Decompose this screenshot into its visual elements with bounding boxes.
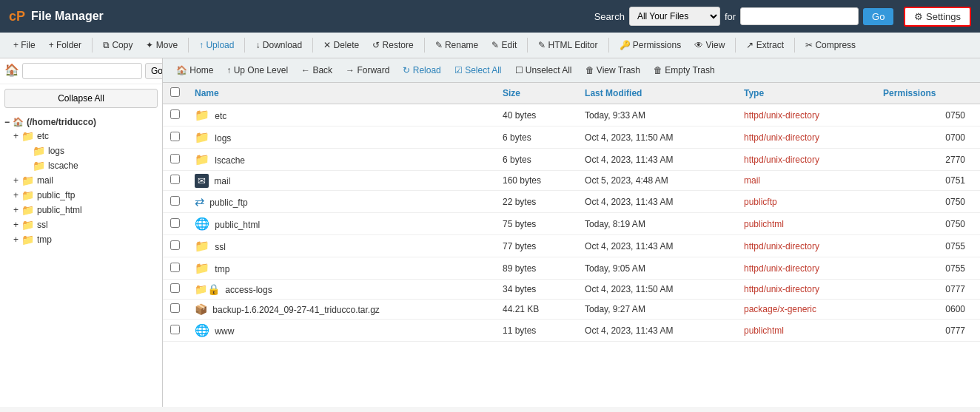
tree-item-public-ftp[interactable]: + 📁 public_ftp <box>0 188 162 203</box>
up-one-level-button[interactable]: ↑ Up One Level <box>221 62 294 78</box>
table-row[interactable]: ⇄ public_ftp 22 bytes Oct 4, 2023, 11:43… <box>163 191 980 213</box>
empty-trash-button[interactable]: 🗑 Empty Trash <box>648 62 721 78</box>
type-column-header[interactable]: Type <box>736 83 876 104</box>
row-checkbox-cell[interactable] <box>163 320 187 342</box>
tree-item-lscache[interactable]: 📁 lscache <box>0 158 162 173</box>
collapse-all-button[interactable]: Collapse All <box>4 89 158 108</box>
compress-button[interactable]: ✂ Compress <box>799 37 862 53</box>
file-name: access-logs <box>225 285 272 295</box>
row-checkbox[interactable] <box>170 175 180 184</box>
modified-column-header[interactable]: Last Modified <box>577 83 736 104</box>
size-column-header[interactable]: Size <box>495 83 577 104</box>
row-checkbox[interactable] <box>170 240 180 250</box>
tree-toggle-public-html: + <box>13 205 19 215</box>
back-button[interactable]: ← Back <box>295 62 338 78</box>
row-checkbox-cell[interactable] <box>163 104 187 126</box>
table-row[interactable]: 📁 logs 6 bytes Oct 4, 2023, 11:50 AM htt… <box>163 126 980 149</box>
row-checkbox[interactable] <box>170 109 180 119</box>
row-checkbox-cell[interactable] <box>163 191 187 213</box>
home-button[interactable]: 🏠 Home <box>170 62 219 78</box>
row-checkbox-cell[interactable] <box>163 171 187 191</box>
unselect-all-button[interactable]: ☐ Unselect All <box>509 62 578 78</box>
file-name-cell[interactable]: 📁 tmp <box>187 257 495 280</box>
file-name-cell[interactable]: 📦 backup-1.6.2024_09-27-41_triducco.tar.… <box>187 300 495 320</box>
file-name-cell[interactable]: 🌐 public_html <box>187 213 495 235</box>
file-name: tmp <box>215 264 229 274</box>
file-name-cell[interactable]: 📁 logs <box>187 126 495 149</box>
file-name-cell[interactable]: 📁🔒 access-logs <box>187 280 495 300</box>
move-button[interactable]: ✦ Move <box>140 37 184 53</box>
forward-button[interactable]: → Forward <box>340 62 395 78</box>
table-row[interactable]: 📁 tmp 89 bytes Today, 9:05 AM httpd/unix… <box>163 257 980 280</box>
edit-button[interactable]: ✎ Edit <box>486 37 523 53</box>
row-checkbox[interactable] <box>170 283 180 293</box>
upload-button[interactable]: ↑ Upload <box>193 37 240 53</box>
checkbox-header[interactable] <box>163 83 187 104</box>
permissions-button[interactable]: 🔑 Permissions <box>614 37 688 53</box>
tree-item-public-html[interactable]: + 📁 public_html <box>0 203 162 217</box>
row-checkbox-cell[interactable] <box>163 300 187 320</box>
table-row[interactable]: 🌐 public_html 75 bytes Today, 8:19 AM pu… <box>163 213 980 235</box>
sidebar-go-button[interactable]: Go <box>145 63 163 79</box>
html-editor-button[interactable]: ✎ HTML Editor <box>532 37 603 53</box>
download-button[interactable]: ↓ Download <box>249 37 308 53</box>
file-name-cell[interactable]: ✉ mail <box>187 171 495 191</box>
new-folder-button[interactable]: + Folder <box>43 37 87 53</box>
tree-item-root[interactable]: − 🏠 (/home/triducco) <box>0 115 162 129</box>
file-name-cell[interactable]: ⇄ public_ftp <box>187 191 495 213</box>
table-row[interactable]: 📦 backup-1.6.2024_09-27-41_triducco.tar.… <box>163 300 980 320</box>
permissions-column-header[interactable]: Permissions <box>876 83 980 104</box>
delete-button[interactable]: ✕ Delete <box>318 37 365 53</box>
restore-button[interactable]: ↺ Restore <box>366 37 419 53</box>
row-checkbox[interactable] <box>170 132 180 141</box>
row-checkbox[interactable] <box>170 196 180 206</box>
view-trash-button[interactable]: 🗑 View Trash <box>580 62 646 78</box>
table-row[interactable]: 📁 lscache 6 bytes Oct 4, 2023, 11:43 AM … <box>163 149 980 171</box>
search-scope-select[interactable]: All Your Files This Folder Only <box>629 7 720 26</box>
tree-item-logs[interactable]: 📁 logs <box>0 143 162 158</box>
file-modified-cell: Oct 5, 2023, 4:48 AM <box>577 171 736 191</box>
row-checkbox-cell[interactable] <box>163 280 187 300</box>
view-button[interactable]: 👁 View <box>688 37 731 53</box>
search-input[interactable] <box>740 7 859 25</box>
file-name-cell[interactable]: 📁 lscache <box>187 149 495 171</box>
table-row[interactable]: 📁🔒 access-logs 34 bytes Oct 4, 2023, 11:… <box>163 280 980 300</box>
row-checkbox-cell[interactable] <box>163 149 187 171</box>
rename-button[interactable]: ✎ Rename <box>429 37 485 53</box>
file-type-cell: mail <box>736 171 876 191</box>
copy-button[interactable]: ⧉ Copy <box>97 37 138 53</box>
row-checkbox[interactable] <box>170 263 180 272</box>
table-row[interactable]: 📁 etc 40 bytes Today, 9:33 AM httpd/unix… <box>163 104 980 126</box>
file-name-cell[interactable]: 🌐 www <box>187 320 495 342</box>
settings-button[interactable]: ⚙ Settings <box>904 7 971 27</box>
app-title: File Manager <box>31 10 104 23</box>
table-row[interactable]: 📁 ssl 77 bytes Oct 4, 2023, 11:43 AM htt… <box>163 235 980 257</box>
name-column-header[interactable]: Name <box>187 83 495 104</box>
select-all-button[interactable]: ☑ Select All <box>449 62 508 78</box>
file-name: www <box>215 326 234 337</box>
tree-item-tmp[interactable]: + 📁 tmp <box>0 232 162 247</box>
file-name-cell[interactable]: 📁 ssl <box>187 235 495 257</box>
row-checkbox-cell[interactable] <box>163 257 187 280</box>
row-checkbox-cell[interactable] <box>163 213 187 235</box>
new-file-button[interactable]: + File <box>7 37 41 53</box>
row-checkbox-cell[interactable] <box>163 126 187 149</box>
tree-item-etc[interactable]: + 📁 etc <box>0 129 162 143</box>
row-checkbox[interactable] <box>170 325 180 334</box>
folder-icon-tmp: 📁 <box>21 234 34 246</box>
table-row[interactable]: ✉ mail 160 bytes Oct 5, 2023, 4:48 AM ma… <box>163 171 980 191</box>
row-checkbox[interactable] <box>170 303 180 313</box>
row-checkbox[interactable] <box>170 218 180 228</box>
tree-item-ssl[interactable]: + 📁 ssl <box>0 217 162 232</box>
row-checkbox[interactable] <box>170 154 180 163</box>
search-go-button[interactable]: Go <box>863 8 893 25</box>
home-icon[interactable]: 🏠 <box>4 63 19 79</box>
table-row[interactable]: 🌐 www 11 bytes Oct 4, 2023, 11:43 AM pub… <box>163 320 980 342</box>
row-checkbox-cell[interactable] <box>163 235 187 257</box>
extract-button[interactable]: ↗ Extract <box>740 37 790 53</box>
select-all-checkbox[interactable] <box>170 87 180 97</box>
file-name-cell[interactable]: 📁 etc <box>187 104 495 126</box>
tree-item-mail[interactable]: + 📁 mail <box>0 173 162 188</box>
sidebar-path-input[interactable] <box>22 63 142 79</box>
reload-button[interactable]: ↻ Reload <box>397 62 446 78</box>
